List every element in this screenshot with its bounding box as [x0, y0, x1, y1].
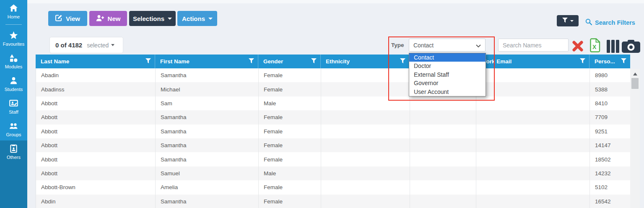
search-names-input[interactable]: [498, 39, 569, 52]
table-cell: [476, 125, 590, 138]
camera-icon: [621, 48, 641, 55]
table-cell: Abbott: [36, 152, 156, 166]
column-header-first-name[interactable]: First Name: [155, 55, 258, 68]
people-table: Last NameFirst NameGenderEthnicityWork E…: [36, 55, 630, 208]
table-row[interactable]: AbadinssMichaelFemale5388: [36, 82, 630, 96]
table-cell: [476, 110, 590, 124]
column-header-last-name[interactable]: Last Name: [36, 55, 155, 68]
table-cell: Female: [259, 152, 321, 166]
type-option-doctor[interactable]: Doctor: [409, 62, 486, 70]
column-header-label: First Name: [160, 58, 249, 65]
table-row[interactable]: AbbottSamanthaFemale18502: [36, 152, 630, 166]
sidebar-item-label: Staff: [9, 109, 18, 114]
filter-split-button[interactable]: [557, 15, 579, 26]
table-cell: Abdin: [36, 195, 156, 208]
actions-button[interactable]: Actions: [177, 11, 217, 26]
table-cell: [321, 152, 410, 166]
selections-button[interactable]: Selections: [129, 11, 176, 26]
red-x-icon: [572, 47, 584, 53]
table-cell: Sam: [156, 96, 259, 110]
table-row[interactable]: AbadinSamanthaFemale8980: [36, 68, 630, 82]
table-cell: [410, 180, 476, 194]
table-cell: [321, 195, 410, 208]
filter-funnel-icon[interactable]: [621, 58, 626, 65]
table-cell: Abbott: [36, 110, 156, 124]
table-row[interactable]: AbbottSamanthaFemale7709: [36, 110, 630, 124]
table-cell: [476, 82, 590, 96]
table-cell: [410, 166, 476, 180]
column-header-ethnicity[interactable]: Ethnicity: [321, 55, 410, 68]
snapshot-button[interactable]: [621, 39, 641, 53]
scrollbar-thumb[interactable]: [631, 78, 639, 89]
sidebar-item-label: Modules: [5, 64, 23, 69]
table-cell: 5388: [590, 82, 631, 96]
clear-filter-button[interactable]: [572, 40, 584, 52]
filter-funnel-icon[interactable]: [249, 58, 254, 65]
sidebar-item-modules[interactable]: Modules: [0, 50, 27, 73]
table-cell: 5102: [590, 180, 631, 194]
column-header-work-email[interactable]: Work Email: [476, 55, 589, 68]
column-chooser-button[interactable]: [607, 40, 619, 53]
type-option-contact[interactable]: Contact: [409, 53, 486, 62]
table-cell: [321, 138, 410, 152]
table-row[interactable]: AbbottSamanthaFemale14147: [36, 138, 630, 152]
sidebar-item-favourites[interactable]: Favourites: [0, 27, 27, 50]
column-header-gender[interactable]: Gender: [258, 55, 321, 68]
filter-funnel-icon[interactable]: [580, 58, 585, 65]
table-row[interactable]: AbbottSamMale8410: [36, 96, 630, 110]
column-header-label: Gender: [263, 58, 311, 65]
search-filters-link[interactable]: Search Filters: [585, 18, 635, 26]
view-button[interactable]: View: [48, 11, 87, 26]
table-cell: [321, 82, 410, 96]
table-row[interactable]: AbbottSamanthaFemale9251: [36, 125, 630, 138]
filter-funnel-icon[interactable]: [400, 58, 405, 65]
column-header-perso[interactable]: Perso...: [589, 55, 630, 68]
table-cell: Abbott: [36, 166, 156, 180]
new-button[interactable]: New: [89, 11, 127, 26]
type-option-governor[interactable]: Governor: [409, 79, 486, 87]
selection-count: 0 of 4182: [55, 42, 82, 49]
table-cell: 14147: [590, 138, 631, 152]
columns-icon: [607, 48, 619, 54]
sidebar-nav: HomeFavouritesModulesStudentsStaffGroups…: [0, 0, 27, 208]
type-option-external-staff[interactable]: External Staff: [409, 70, 486, 79]
table-cell: Male: [259, 166, 321, 180]
table-cell: Female: [259, 180, 321, 194]
sidebar-item-students[interactable]: Students: [0, 73, 27, 95]
type-select[interactable]: Contact: [409, 39, 486, 52]
table-header: Last NameFirst NameGenderEthnicityWork E…: [36, 55, 630, 68]
table-cell: Female: [259, 138, 321, 152]
sidebar-item-staff[interactable]: Staff: [0, 95, 27, 118]
sidebar-item-groups[interactable]: Groups: [0, 118, 27, 140]
filter-funnel-icon[interactable]: [145, 58, 151, 65]
svg-text:X: X: [592, 44, 597, 50]
table-cell: Female: [259, 68, 321, 82]
type-label: Type: [391, 42, 404, 48]
actions-button-label: Actions: [182, 15, 205, 22]
selection-count-dropdown[interactable]: 0 of 4182 selected: [49, 37, 123, 53]
sidebar-item-home[interactable]: Home: [0, 0, 27, 23]
table-row[interactable]: AbdinSamanthaFemale16542: [36, 195, 630, 208]
table-cell: 8410: [590, 96, 631, 110]
sidebar-item-label: Favourites: [3, 42, 24, 47]
caret-down-icon: [168, 18, 172, 20]
table-cell: Samantha: [156, 152, 259, 166]
column-header-label: Last Name: [41, 58, 145, 65]
excel-export-icon: X: [589, 47, 601, 54]
table-cell: 16542: [590, 195, 631, 208]
column-header-label: Ethnicity: [326, 58, 400, 65]
table-cell: [410, 96, 476, 110]
export-excel-button[interactable]: X: [589, 38, 601, 52]
scroll-up-icon[interactable]: [633, 73, 637, 75]
filter-funnel-icon[interactable]: [311, 58, 317, 65]
filter-funnel-icon: [562, 18, 568, 24]
sidebar-item-others[interactable]: Others: [0, 140, 27, 208]
table-row[interactable]: Abbott-BrownAmeliaFemale5102: [36, 180, 630, 194]
selections-button-label: Selections: [133, 15, 164, 22]
table-cell: [321, 110, 410, 124]
table-cell: Abbott: [36, 125, 156, 138]
type-option-user-account[interactable]: User Account: [409, 88, 486, 96]
table-row[interactable]: AbbottSamuelMale14232: [36, 166, 630, 180]
view-button-label: View: [66, 15, 80, 22]
table-cell: Abadin: [36, 68, 156, 82]
